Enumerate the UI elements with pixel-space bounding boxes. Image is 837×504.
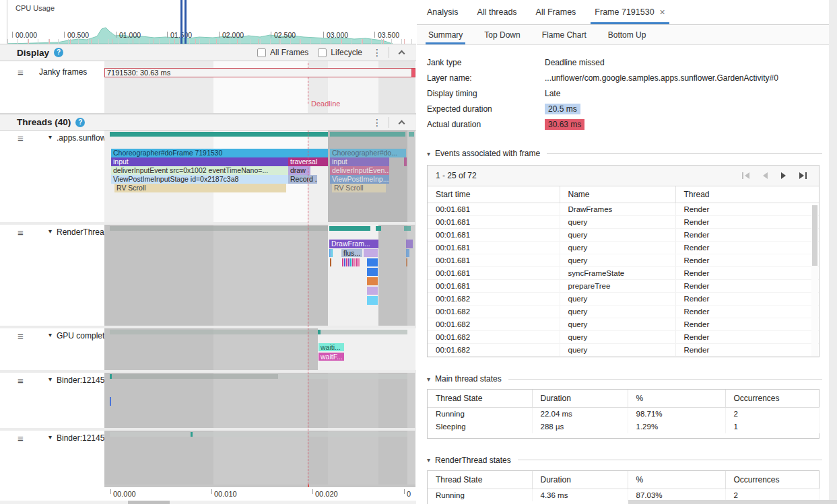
scrollbar-thumb[interactable]	[812, 205, 817, 266]
trace-event-bar[interactable]: DrawFram...	[329, 240, 378, 248]
column-header[interactable]: %	[628, 471, 725, 489]
column-header[interactable]: Thread State	[428, 390, 532, 408]
trace-event-bar[interactable]	[367, 268, 378, 276]
vertical-scrollbar[interactable]	[811, 205, 818, 356]
trace-event-bar[interactable]: input	[330, 157, 389, 166]
collapse-triangle-icon[interactable]	[427, 456, 430, 464]
thread-state-bar[interactable]	[409, 132, 414, 137]
column-header[interactable]: Duration	[532, 390, 628, 408]
range-bar[interactable]	[104, 484, 415, 487]
trace-event-bar[interactable]	[406, 258, 407, 266]
trace-event-bar[interactable]	[406, 240, 413, 248]
trace-event-bar[interactable]: Choreographer#do...	[330, 149, 406, 157]
expand-caret-icon[interactable]	[48, 331, 52, 338]
selection-handle-right[interactable]	[185, 0, 187, 44]
janky-frames-track-label[interactable]: Janky frames	[39, 67, 87, 77]
thread-name[interactable]: RenderThread	[57, 227, 108, 237]
column-header[interactable]: Thread State	[428, 471, 532, 489]
thread-state-bar[interactable]	[110, 374, 278, 379]
tab-all-frames[interactable]: All Frames	[536, 0, 576, 24]
trace-event-bar[interactable]	[358, 258, 360, 266]
last-page-button[interactable]	[793, 172, 812, 180]
horizontal-scrollbar[interactable]	[0, 501, 416, 504]
column-header[interactable]: Name	[560, 186, 675, 203]
column-header[interactable]: %	[628, 390, 725, 408]
trace-event-bar[interactable]	[348, 258, 349, 266]
trace-event-bar[interactable]	[342, 258, 343, 266]
column-header[interactable]: Occurrences	[725, 390, 819, 408]
all-frames-checkbox[interactable]	[257, 48, 266, 57]
trace-event-bar[interactable]: input	[111, 157, 288, 166]
drag-handle-icon[interactable]	[18, 133, 24, 144]
drag-handle-icon[interactable]	[18, 433, 24, 444]
trace-event-bar[interactable]: deliverInputEven...	[330, 166, 389, 175]
lifecycle-checkbox[interactable]	[318, 48, 327, 57]
thread-state-bar[interactable]	[110, 432, 407, 437]
table-row[interactable]: 00:01.681DrawFramesRender	[428, 203, 819, 216]
trace-event-bar[interactable]: RV Scroll	[114, 184, 286, 192]
column-header[interactable]: Start time	[428, 186, 560, 203]
previous-page-button[interactable]	[756, 172, 774, 180]
collapse-triangle-icon[interactable]	[427, 150, 430, 157]
trace-event-bar[interactable]: Choreographer#doFrame 7191530	[111, 149, 328, 157]
scrollbar-thumb[interactable]	[128, 501, 170, 504]
trace-event-bar[interactable]	[352, 258, 354, 266]
table-row[interactable]: 00:01.682queryRender	[428, 331, 819, 344]
tab-flame-chart[interactable]: Flame Chart	[542, 25, 587, 44]
tab-analysis[interactable]: Analysis	[427, 0, 459, 24]
more-options-icon[interactable]	[372, 117, 382, 128]
trace-event-bar[interactable]	[329, 249, 331, 257]
drag-handle-icon[interactable]	[18, 227, 24, 238]
table-row[interactable]: Running22.04 ms98.71%2	[428, 408, 819, 421]
expand-caret-icon[interactable]	[48, 433, 52, 441]
panel-scrollbar-track[interactable]	[829, 0, 837, 504]
trace-event-bar[interactable]	[110, 397, 111, 406]
thread-state-bar[interactable]	[329, 226, 370, 231]
next-page-button[interactable]	[774, 172, 793, 180]
expand-caret-icon[interactable]	[48, 375, 52, 383]
trace-event-bar[interactable]	[367, 296, 378, 305]
thread-state-bar[interactable]	[110, 374, 112, 379]
collapse-triangle-icon[interactable]	[427, 375, 430, 383]
help-icon[interactable]	[75, 118, 85, 127]
tab-frame-7191530[interactable]: Frame 7191530 ×	[595, 0, 665, 24]
trace-event-bar[interactable]	[354, 258, 356, 266]
drag-handle-icon[interactable]	[18, 67, 24, 78]
trace-event-bar[interactable]	[356, 258, 358, 266]
trace-event-bar[interactable]	[346, 258, 347, 266]
trace-event-bar[interactable]: RV Scroll	[332, 184, 386, 192]
selection-handle-left[interactable]	[180, 0, 182, 44]
drag-handle-icon[interactable]	[18, 330, 24, 342]
expand-caret-icon[interactable]	[48, 133, 52, 141]
thread-state-bar[interactable]	[318, 330, 321, 334]
table-row[interactable]: 00:01.681queryRender	[428, 216, 819, 229]
tab-bottom-up[interactable]: Bottom Up	[608, 25, 646, 44]
trace-event-bar[interactable]: ViewPostImeInputStage id=0x2187c3a8	[111, 175, 288, 184]
trace-event-bar[interactable]	[344, 258, 345, 266]
trace-event-bar[interactable]	[367, 277, 378, 285]
collapse-chevron-icon[interactable]	[399, 50, 405, 57]
trace-event-bar[interactable]: ViewPostImeInp...	[330, 175, 389, 184]
trace-event-bar[interactable]	[331, 249, 333, 257]
table-row[interactable]: 00:01.681queryRender	[428, 229, 819, 242]
first-page-button[interactable]	[737, 172, 756, 180]
thread-state-bar[interactable]	[110, 226, 328, 231]
close-icon[interactable]: ×	[660, 8, 665, 16]
trace-event-bar[interactable]	[367, 258, 378, 266]
trace-event-bar[interactable]: Record ...	[288, 175, 317, 184]
thread-state-bar[interactable]	[191, 432, 193, 437]
table-row[interactable]: 00:01.681syncFrameStateRender	[428, 267, 819, 280]
drag-handle-icon[interactable]	[18, 375, 24, 386]
table-row[interactable]: 00:01.681prepareTreeRender	[428, 280, 819, 293]
tab-all-threads[interactable]: All threads	[477, 0, 517, 24]
table-row[interactable]: 00:01.682queryRender	[428, 293, 819, 305]
trace-event-bar[interactable]	[406, 249, 409, 257]
trace-event-bar[interactable]: deliverInputEvent src=0x1002 eventTimeNa…	[111, 166, 288, 175]
tab-summary[interactable]: Summary	[428, 25, 463, 44]
collapse-chevron-icon[interactable]	[399, 120, 405, 127]
trace-event-bar[interactable]: flus...	[341, 249, 362, 257]
table-row[interactable]: Sleeping288 µs1.29%1	[428, 421, 819, 433]
table-row[interactable]: 00:01.681queryRender	[428, 242, 819, 254]
column-header[interactable]: Thread	[675, 186, 819, 203]
table-row[interactable]: 00:01.681queryRender	[428, 254, 819, 267]
